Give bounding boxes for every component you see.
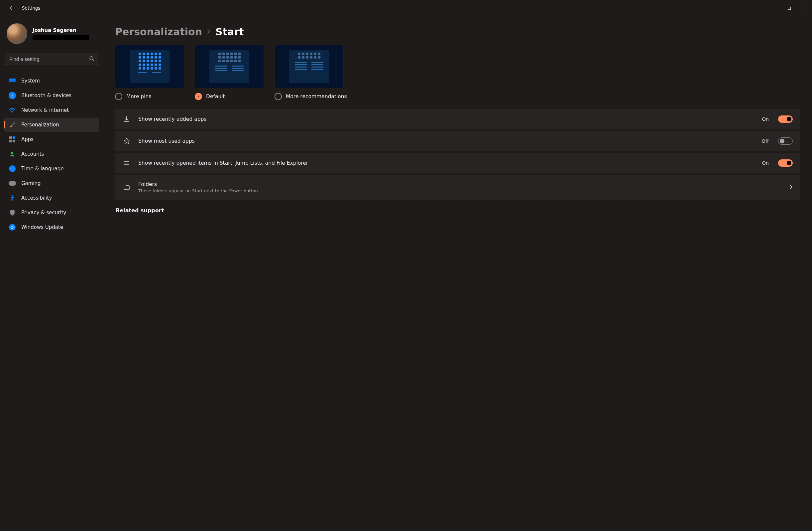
sidebar-item-bluetooth[interactable]: ᚼ Bluetooth & devices (4, 88, 99, 102)
radio-button[interactable] (275, 93, 282, 100)
sidebar-item-label: Accessibility (21, 195, 52, 201)
setting-label: Show recently added apps (138, 116, 754, 122)
search-icon (89, 56, 95, 62)
layout-preview (115, 45, 184, 88)
toggle-switch[interactable] (778, 137, 793, 145)
sidebar-item-label: Windows Update (21, 224, 63, 230)
sidebar-item-windows-update[interactable]: ⟳ Windows Update (4, 220, 99, 234)
breadcrumb: Personalization Start (115, 26, 800, 38)
layout-option-more-pins[interactable]: More pins (115, 45, 184, 100)
radio-button[interactable] (195, 93, 202, 100)
sidebar-item-label: Network & internet (21, 107, 69, 113)
sidebar-item-personalization[interactable]: Personalization (4, 118, 99, 132)
avatar (6, 23, 27, 44)
user-email-redacted (32, 34, 89, 40)
back-button[interactable] (6, 3, 16, 13)
breadcrumb-parent[interactable]: Personalization (115, 26, 202, 38)
update-icon: ⟳ (9, 224, 16, 231)
setting-folders[interactable]: Folders These folders appear on Start ne… (115, 175, 800, 200)
bluetooth-icon: ᚼ (9, 92, 16, 99)
folder-icon (122, 184, 131, 191)
sidebar-item-privacy[interactable]: Privacy & security (4, 206, 99, 220)
layout-option-more-recommendations[interactable]: More recommendations (275, 45, 347, 100)
toggle-state: On (762, 160, 769, 166)
setting-recently-opened-items: Show recently opened items in Start, Jum… (115, 153, 800, 173)
setting-most-used-apps: Show most used apps Off (115, 131, 800, 151)
sidebar-item-label: Privacy & security (21, 210, 66, 215)
person-icon (9, 150, 16, 158)
sidebar-item-label: Gaming (21, 180, 41, 186)
close-button[interactable] (797, 3, 812, 13)
sidebar-item-gaming[interactable]: Gaming (4, 176, 99, 190)
sidebar-item-label: Accounts (21, 151, 44, 157)
layout-option-label: More pins (126, 94, 151, 99)
apps-icon (9, 136, 16, 143)
svg-rect-0 (788, 6, 791, 9)
shield-icon (9, 209, 16, 216)
titlebar: Settings (0, 0, 812, 16)
setting-description: These folders appear on Start next to th… (138, 188, 782, 193)
app-title: Settings (22, 5, 40, 11)
account-profile[interactable]: Joshua Segeren (4, 20, 99, 49)
search-input[interactable] (5, 53, 98, 65)
sidebar-item-accounts[interactable]: Accounts (4, 147, 99, 161)
minimize-button[interactable] (766, 3, 781, 13)
sidebar-item-label: Time & language (21, 166, 64, 172)
setting-label: Folders (138, 181, 782, 187)
user-name: Joshua Segeren (32, 27, 89, 33)
sidebar-item-label: Bluetooth & devices (21, 93, 71, 98)
star-icon (122, 137, 131, 145)
gamepad-icon (9, 180, 16, 187)
setting-label: Show most used apps (138, 138, 754, 144)
layout-option-label: Default (206, 94, 225, 99)
sidebar-item-network[interactable]: Network & internet (4, 103, 99, 117)
setting-recently-added-apps: Show recently added apps On (115, 109, 800, 129)
svg-point-2 (12, 112, 13, 112)
chevron-right-icon (207, 28, 211, 35)
sidebar-item-time-language[interactable]: Time & language (4, 162, 99, 176)
page-title: Start (215, 26, 244, 38)
chevron-right-icon (789, 185, 793, 190)
toggle-switch[interactable] (778, 159, 793, 167)
clock-globe-icon (9, 165, 16, 172)
sidebar-item-apps[interactable]: Apps (4, 132, 99, 146)
paintbrush-icon (9, 121, 16, 128)
accessibility-icon (9, 194, 16, 201)
svg-point-3 (11, 152, 13, 154)
sidebar: Joshua Segeren System ᚼ Bluetooth & devi… (0, 16, 103, 531)
sidebar-item-label: Personalization (21, 122, 59, 128)
wifi-icon (9, 107, 16, 114)
sidebar-item-label: System (21, 78, 40, 84)
svg-point-1 (90, 57, 93, 60)
toggle-state: On (762, 116, 769, 122)
layout-option-default[interactable]: Default (195, 45, 264, 100)
sidebar-item-accessibility[interactable]: Accessibility (4, 191, 99, 205)
download-icon (122, 115, 131, 123)
setting-label: Show recently opened items in Start, Jum… (138, 160, 754, 166)
layout-preview (275, 45, 344, 88)
toggle-switch[interactable] (778, 115, 793, 123)
list-icon (122, 159, 131, 167)
maximize-button[interactable] (781, 3, 797, 13)
main-content: Personalization Start (103, 16, 812, 531)
sidebar-item-label: Apps (21, 136, 33, 142)
sidebar-item-system[interactable]: System (4, 74, 99, 88)
svg-point-4 (12, 195, 13, 197)
layout-option-label: More recommendations (286, 94, 347, 99)
monitor-icon (9, 77, 16, 84)
toggle-state: Off (762, 138, 769, 144)
related-support-heading: Related support (116, 207, 800, 214)
radio-button[interactable] (115, 93, 122, 100)
layout-preview (195, 45, 264, 88)
